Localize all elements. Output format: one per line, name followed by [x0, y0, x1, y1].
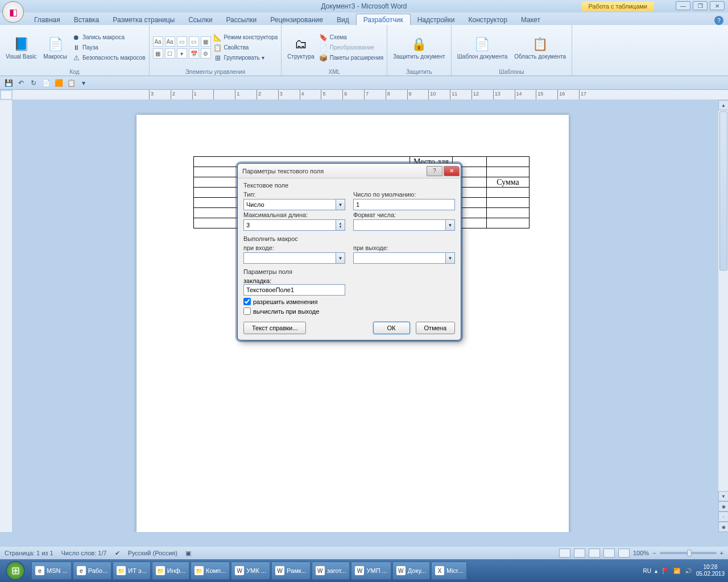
vertical-ruler[interactable]	[0, 100, 13, 532]
schema-button[interactable]: 🔖Схема	[319, 33, 383, 42]
dialog-help-button[interactable]: ?	[427, 166, 442, 176]
bookmark-input[interactable]: ТекстовоеПоле1	[243, 284, 345, 296]
group-protect: 🔒Защитить документ Защитить	[387, 25, 451, 76]
taskbar-item[interactable]: WРамк...	[271, 562, 311, 580]
next-page-button[interactable]: ◉	[718, 522, 728, 532]
controls-gallery[interactable]: AaAa▭▭▦ ▦☐▾📅⚙	[153, 27, 211, 68]
number-format-combo[interactable]: ▼	[353, 219, 455, 231]
draft-view[interactable]	[618, 548, 630, 558]
macro-record-icon[interactable]: ▣	[185, 550, 191, 557]
warning-icon: ⚠	[72, 53, 81, 63]
tray-icon[interactable]: 📶	[672, 566, 681, 575]
tab-developer[interactable]: Разработчик	[356, 14, 411, 25]
start-button[interactable]: ⊞	[0, 559, 31, 582]
qat-item[interactable]: 🟧	[53, 78, 64, 88]
tab-view[interactable]: Вид	[330, 14, 356, 25]
dialog-close-button[interactable]: ✕	[444, 166, 460, 176]
tab-mailings[interactable]: Рассылки	[219, 14, 263, 25]
tray-chevron[interactable]: ▴	[655, 568, 657, 574]
qat-item[interactable]: 📄	[41, 78, 51, 88]
cancel-button[interactable]: Отмена	[416, 322, 455, 334]
office-button[interactable]: ◧	[2, 1, 24, 23]
web-layout-view[interactable]	[589, 548, 600, 558]
scroll-up-button[interactable]: ▲	[718, 100, 728, 110]
language-status[interactable]: Русский (Россия)	[128, 550, 177, 556]
default-number-input[interactable]: 1	[353, 199, 455, 210]
restore-button[interactable]: ❐	[693, 1, 708, 10]
tab-home[interactable]: Главная	[27, 14, 67, 25]
protect-document-button[interactable]: 🔒Защитить документ	[391, 27, 447, 68]
tab-insert[interactable]: Вставка	[67, 14, 106, 25]
taskbar-item[interactable]: XMicr...	[431, 562, 467, 580]
save-button[interactable]: 💾	[3, 78, 14, 88]
expansion-packs-button[interactable]: 📦Пакеты расширения	[319, 53, 383, 63]
horizontal-ruler[interactable]: 321 12 345 678 91011 121314 151617	[13, 90, 728, 100]
zoom-level[interactable]: 100%	[633, 550, 649, 556]
taskbar-item[interactable]: WДоку...	[392, 562, 430, 580]
on-exit-combo[interactable]: ▼	[353, 252, 455, 264]
bookmark-label: закладка:	[243, 277, 271, 284]
group-button[interactable]: ⊞Группировать ▾	[213, 53, 278, 63]
taskbar-item[interactable]: 📁Комп...	[191, 562, 230, 580]
tab-page-layout[interactable]: Разметка страницы	[106, 14, 181, 25]
print-layout-view[interactable]	[559, 548, 570, 558]
tray-icon[interactable]: 🚩	[661, 566, 670, 575]
design-mode-button[interactable]: 📐Режим конструктора	[213, 33, 278, 42]
tab-layout[interactable]: Макет	[514, 14, 547, 25]
taskbar-item[interactable]: eРабо...	[73, 562, 112, 580]
dialog-title-bar[interactable]: Параметры текстового поля ? ✕	[238, 164, 461, 178]
on-entry-combo[interactable]: ▼	[243, 252, 345, 264]
minimize-button[interactable]: —	[676, 1, 690, 10]
word-count-status[interactable]: Число слов: 1/7	[61, 550, 107, 556]
qat-item[interactable]: 📋	[66, 78, 76, 88]
undo-button[interactable]: ↶	[16, 78, 26, 88]
volume-icon[interactable]: 🔊	[684, 566, 693, 575]
taskbar-item[interactable]: eMSN ...	[31, 562, 72, 580]
outline-view[interactable]	[603, 548, 615, 558]
tab-addins[interactable]: Надстройки	[411, 14, 462, 25]
record-macro-button[interactable]: ⏺Запись макроса	[72, 33, 146, 42]
tab-review[interactable]: Рецензирование	[263, 14, 330, 25]
zoom-slider[interactable]	[660, 552, 717, 554]
structure-icon: 🗂	[292, 35, 310, 53]
ok-button[interactable]: ОК	[373, 322, 410, 334]
full-screen-view[interactable]	[574, 548, 585, 558]
redo-button[interactable]: ↻	[28, 78, 39, 88]
page-status[interactable]: Страница: 1 из 1	[5, 550, 53, 556]
macro-security-button[interactable]: ⚠Безопасность макросов	[72, 53, 146, 63]
browse-object-button[interactable]: ◦	[718, 512, 728, 522]
structure-button[interactable]: 🗂Структура	[285, 27, 316, 68]
taskbar-item[interactable]: 📁Инф...	[152, 562, 189, 580]
help-button[interactable]: ?	[714, 16, 723, 25]
help-text-button[interactable]: Текст справки...	[243, 322, 306, 334]
taskbar-item[interactable]: 📁ИТ э...	[113, 562, 150, 580]
prev-page-button[interactable]: ◉	[718, 501, 728, 512]
taskbar-item[interactable]: Wзагот...	[312, 562, 350, 580]
macros-button[interactable]: 📄Макросы	[41, 27, 69, 68]
visual-basic-button[interactable]: 📘Visual Basic	[3, 27, 39, 68]
document-template-button[interactable]: 📄Шаблон документа	[455, 27, 510, 68]
scroll-down-button[interactable]: ▼	[718, 491, 728, 501]
transformation-button[interactable]: 📄Преобразование	[319, 43, 383, 52]
tab-references[interactable]: Ссылки	[181, 14, 219, 25]
tab-design[interactable]: Конструктор	[462, 14, 514, 25]
taskbar-item[interactable]: WУМП ...	[351, 562, 391, 580]
zoom-out-button[interactable]: −	[652, 550, 656, 556]
scrollbar-thumb[interactable]	[719, 111, 727, 271]
proofing-icon[interactable]: ✔	[115, 550, 120, 557]
pause-button[interactable]: ⏸Пауза	[72, 43, 146, 52]
vertical-scrollbar[interactable]: ▲ ▼ ◉ ◦ ◉	[718, 100, 728, 532]
properties-button[interactable]: 📋Свойства	[213, 43, 278, 52]
calculate-on-exit-checkbox[interactable]: вычислить при выходе	[243, 307, 455, 315]
close-button[interactable]: ✕	[710, 1, 725, 10]
zoom-in-button[interactable]: +	[720, 550, 723, 556]
tab-selector[interactable]	[1, 90, 12, 99]
allow-changes-checkbox[interactable]: разрешить изменения	[243, 298, 455, 305]
clock[interactable]: 10:28 05.02.2013	[696, 564, 725, 577]
language-indicator[interactable]: RU	[643, 568, 651, 574]
document-panel-button[interactable]: 📋Область документа	[512, 27, 568, 68]
max-length-spinner[interactable]: 3▲▼	[243, 219, 345, 231]
type-combo[interactable]: Число▼	[243, 199, 345, 210]
taskbar-item[interactable]: WУМК ...	[231, 562, 270, 580]
qat-customize[interactable]: ▾	[78, 78, 89, 88]
